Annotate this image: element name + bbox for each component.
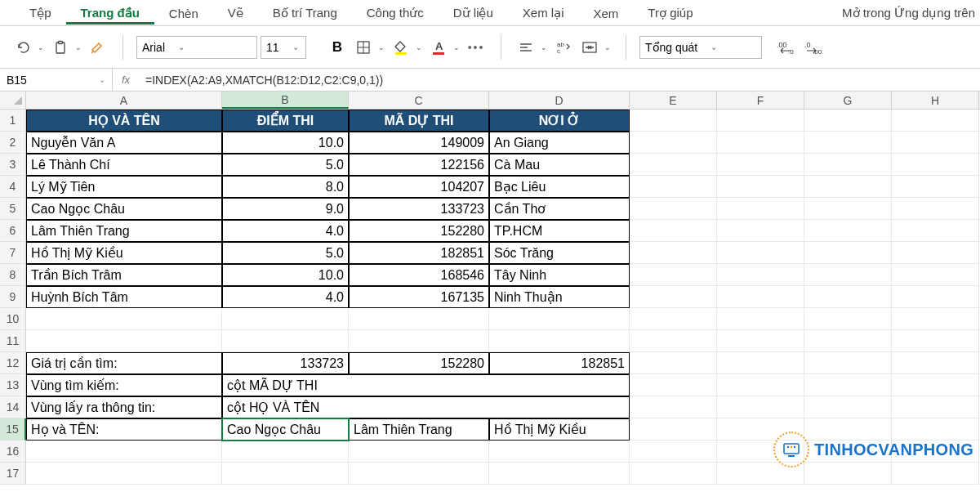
tab-help[interactable]: Trợ giúp	[633, 1, 707, 25]
cell[interactable]	[804, 264, 892, 286]
col-header-A[interactable]: A	[26, 92, 222, 109]
cell[interactable]	[630, 176, 717, 198]
borders-dropdown[interactable]: ⌄	[376, 42, 386, 53]
table-cell[interactable]: Hồ Thị Mỹ Kiều	[26, 242, 222, 264]
row-header-2[interactable]: 2	[0, 132, 26, 154]
table-cell[interactable]: 167135	[349, 286, 489, 308]
tab-data[interactable]: Dữ liệu	[439, 1, 508, 25]
table-header[interactable]: NƠI Ở	[489, 110, 630, 132]
table-cell[interactable]: 104207	[349, 176, 489, 198]
cell[interactable]	[717, 330, 804, 352]
merge-button[interactable]	[578, 36, 601, 59]
tab-view[interactable]: Xem	[579, 2, 634, 25]
table-cell[interactable]: Sóc Trăng	[489, 242, 630, 264]
align-left-button[interactable]	[514, 36, 537, 59]
cell[interactable]	[892, 264, 979, 286]
cell[interactable]	[804, 220, 892, 242]
table-cell[interactable]: Trần Bích Trâm	[26, 264, 222, 286]
select-all-corner[interactable]	[0, 92, 26, 109]
col-header-C[interactable]: C	[349, 92, 489, 109]
cell[interactable]	[630, 154, 717, 176]
cell[interactable]	[349, 308, 489, 330]
table-cell[interactable]: Ninh Thuận	[489, 286, 630, 308]
cell[interactable]	[804, 198, 892, 220]
cell[interactable]	[804, 374, 892, 396]
more-font-button[interactable]: •••	[465, 36, 488, 59]
row-header-5[interactable]: 5	[0, 198, 26, 220]
table-cell[interactable]: 4.0	[222, 286, 349, 308]
table-cell[interactable]: 5.0	[222, 154, 349, 176]
fill-color-dropdown[interactable]: ⌄	[414, 42, 424, 53]
cell[interactable]	[892, 396, 979, 418]
cell[interactable]	[630, 264, 717, 286]
borders-button[interactable]	[352, 36, 375, 59]
cell[interactable]	[489, 441, 630, 463]
cell[interactable]	[717, 242, 804, 264]
col-header-H[interactable]: H	[892, 92, 979, 109]
active-cell[interactable]: Cao Ngọc Châu	[222, 418, 349, 441]
cell[interactable]	[892, 110, 979, 132]
table-cell[interactable]: Lý Mỹ Tiên	[26, 176, 222, 198]
cell[interactable]	[717, 110, 804, 132]
table-cell[interactable]: 8.0	[222, 176, 349, 198]
cell[interactable]	[717, 198, 804, 220]
row-header-13[interactable]: 13	[0, 374, 26, 396]
formula-input[interactable]: =INDEX(A2:A9,XMATCH(B12:D12,C2:C9,0,1))	[139, 74, 980, 87]
table-cell[interactable]: Lâm Thiên Trang	[26, 220, 222, 242]
cell[interactable]	[630, 330, 717, 352]
cell[interactable]	[630, 132, 717, 154]
cell[interactable]	[630, 396, 717, 418]
cell[interactable]	[717, 308, 804, 330]
font-color-dropdown[interactable]: ⌄	[452, 42, 461, 53]
cell[interactable]	[26, 441, 222, 463]
font-size-select[interactable]: 11⌄	[261, 36, 306, 59]
cell[interactable]	[892, 374, 979, 396]
row-header-14[interactable]: 14	[0, 396, 26, 418]
table-cell[interactable]: Nguyễn Văn A	[26, 132, 222, 154]
col-header-F[interactable]: F	[717, 92, 804, 109]
cell[interactable]	[222, 330, 349, 352]
cell[interactable]	[489, 330, 630, 352]
cell[interactable]	[804, 286, 892, 308]
cell[interactable]	[26, 330, 222, 352]
row-header-6[interactable]: 6	[0, 220, 26, 242]
col-header-D[interactable]: D	[489, 92, 630, 109]
table-cell[interactable]: Cần Thơ	[489, 198, 630, 220]
font-name-select[interactable]: Arial⌄	[136, 36, 257, 59]
cell[interactable]	[892, 286, 979, 308]
cell[interactable]	[804, 330, 892, 352]
cell[interactable]	[892, 154, 979, 176]
table-cell[interactable]: 4.0	[222, 220, 349, 242]
row-header-17[interactable]: 17	[0, 463, 26, 485]
tab-pagelayout[interactable]: Bố trí Trang	[258, 1, 352, 25]
table-cell[interactable]: TP.HCM	[489, 220, 630, 242]
cell[interactable]	[892, 308, 979, 330]
cell[interactable]	[804, 110, 892, 132]
cell[interactable]	[630, 374, 717, 396]
label-cell[interactable]: Vùng tìm kiếm:	[26, 374, 222, 396]
cell[interactable]	[717, 286, 804, 308]
table-cell[interactable]: 182851	[349, 242, 489, 264]
cell[interactable]	[26, 463, 222, 485]
cell[interactable]	[804, 352, 892, 374]
cell[interactable]	[630, 242, 717, 264]
table-cell[interactable]: 10.0	[222, 132, 349, 154]
table-cell[interactable]: 5.0	[222, 242, 349, 264]
cell[interactable]	[804, 154, 892, 176]
cell[interactable]	[26, 308, 222, 330]
wrap-text-button[interactable]: abc	[552, 36, 575, 59]
table-cell[interactable]: 152280	[349, 220, 489, 242]
align-dropdown[interactable]: ⌄	[539, 42, 549, 53]
cell[interactable]	[630, 441, 717, 463]
value-cell[interactable]: 182851	[489, 352, 630, 374]
table-header[interactable]: MÃ DỰ THI	[349, 110, 489, 132]
font-color-button[interactable]: A	[427, 36, 450, 59]
cell[interactable]	[489, 308, 630, 330]
undo-button[interactable]	[11, 36, 34, 59]
increase-decimal-button[interactable]: .00.0	[775, 36, 798, 59]
cell[interactable]	[892, 220, 979, 242]
cell[interactable]	[804, 242, 892, 264]
table-cell[interactable]: Huỳnh Bích Tâm	[26, 286, 222, 308]
table-cell[interactable]: Cao Ngọc Châu	[26, 198, 222, 220]
table-cell[interactable]: 122156	[349, 154, 489, 176]
